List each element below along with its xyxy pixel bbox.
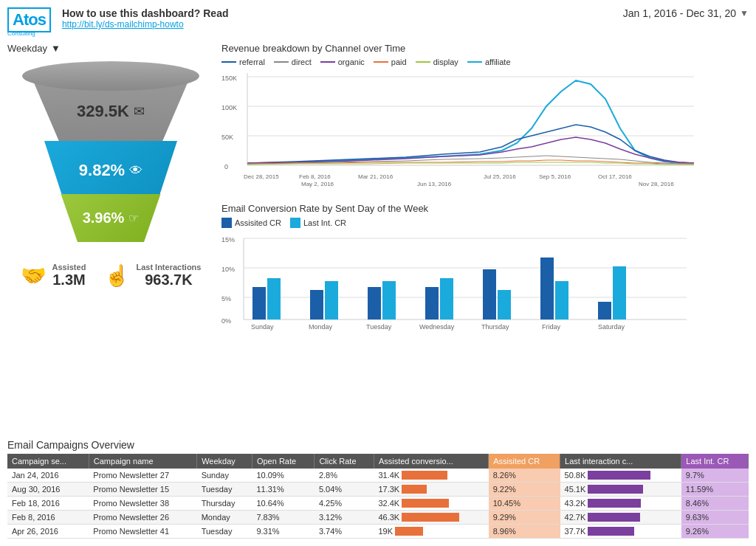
cell-open-rate: 10.64% — [252, 497, 314, 511]
assisted-label: Assisted — [52, 263, 86, 272]
svg-text:0%: 0% — [221, 317, 231, 325]
col-assisited-cr: Assisited CR — [489, 454, 560, 469]
cell-last-int-conv: 43.2K — [560, 497, 681, 511]
cell-assisited-cr: 9.29% — [489, 511, 560, 525]
svg-text:5%: 5% — [221, 295, 231, 303]
svg-rect-35 — [483, 269, 496, 319]
revenue-chart-svg: 150K 100K 50K 0 — [221, 69, 701, 195]
svg-text:Tuesday: Tuesday — [366, 323, 392, 331]
svg-text:Saturday: Saturday — [598, 323, 625, 331]
legend-referral: referral — [221, 58, 265, 66]
cell-assisted-conv: 46.3K — [374, 511, 488, 525]
weekday-selector[interactable]: Weekday ▼ — [7, 43, 214, 54]
col-weekday: Weekday — [197, 454, 252, 469]
cell-click-rate: 3.12% — [315, 511, 374, 525]
last-int-label: Last Interactions — [136, 263, 201, 272]
cell-weekday: Sunday — [197, 469, 252, 483]
email-icon: ✉ — [134, 103, 145, 120]
header-right: Jan 1, 2016 - Dec 31, 20 ▼ — [623, 7, 749, 19]
revenue-chart-title: Revenue breakdown by Channel over Time — [221, 43, 749, 54]
assisted-value: 1.3M — [52, 272, 86, 288]
cell-assisted-conv: 17.3K — [374, 483, 488, 497]
campaigns-table: Campaign se... Campaign name Weekday Ope… — [7, 454, 749, 539]
header-link[interactable]: http://bit.ly/ds-mailchimp-howto — [62, 19, 229, 30]
cell-campaign-se: Apr 26, 2016 — [7, 525, 89, 539]
svg-rect-29 — [310, 290, 323, 319]
col-campaign-name: Campaign name — [89, 454, 196, 469]
cell-last-int-conv: 45.1K — [560, 483, 681, 497]
svg-text:15%: 15% — [221, 236, 235, 243]
conversion-legend: Assisited CR Last Int. CR — [221, 218, 749, 228]
svg-text:Wednesday: Wednesday — [419, 323, 455, 331]
cell-last-int-cr: 9.26% — [681, 525, 749, 539]
cell-assisted-conv: 31.4K — [374, 469, 488, 483]
svg-rect-34 — [440, 278, 453, 319]
cell-assisted-conv: 32.4K — [374, 497, 488, 511]
last-interactions-stat: ☝ Last Interactions 963.7K — [104, 263, 201, 288]
legend-paid: paid — [374, 58, 407, 66]
cell-weekday: Tuesday — [197, 483, 252, 497]
cell-last-int-conv: 50.8K — [560, 469, 681, 483]
bottom-section: Email Campaigns Overview Campaign se... … — [7, 439, 749, 539]
svg-text:May 2, 2016: May 2, 2016 — [301, 181, 334, 187]
col-open-rate: Open Rate — [252, 454, 314, 469]
legend-organic: organic — [320, 58, 365, 66]
cell-assisited-cr: 10.45% — [489, 497, 560, 511]
legend-direct: direct — [274, 58, 312, 66]
weekday-dropdown-arrow[interactable]: ▼ — [51, 43, 61, 54]
svg-text:Jun 13, 2016: Jun 13, 2016 — [417, 181, 452, 187]
cell-weekday: Tuesday — [197, 525, 252, 539]
main-content: Weekday ▼ 329.5K ✉ 9.82% 👁 — [7, 43, 749, 439]
right-panel: Revenue breakdown by Channel over Time r… — [221, 43, 749, 439]
table-header: Campaign se... Campaign name Weekday Ope… — [7, 454, 749, 469]
svg-text:Jul 25, 2016: Jul 25, 2016 — [484, 173, 516, 180]
legend-affiliate: affiliate — [467, 58, 511, 66]
eye-icon: 👁 — [129, 163, 142, 179]
cell-open-rate: 11.31% — [252, 483, 314, 497]
legend-display: display — [416, 58, 458, 66]
cell-open-rate: 9.31% — [252, 525, 314, 539]
cell-campaign-name: Promo Newsletter 38 — [89, 497, 196, 511]
cell-campaign-name: Promo Newsletter 41 — [89, 525, 196, 539]
svg-text:100K: 100K — [221, 104, 237, 111]
logo-atos-text: Atos — [13, 10, 46, 29]
table-title: Email Campaigns Overview — [7, 439, 749, 451]
cell-last-int-cr: 8.46% — [681, 497, 749, 511]
revenue-chart-section: Revenue breakdown by Channel over Time r… — [221, 43, 749, 197]
conversion-chart-section: Email Conversion Rate by Sent Day of the… — [221, 203, 749, 336]
svg-text:Sunday: Sunday — [251, 323, 274, 331]
date-dropdown-arrow[interactable]: ▼ — [740, 8, 749, 18]
svg-rect-37 — [540, 258, 554, 319]
header-title: How to use this dashboard? Read — [62, 7, 229, 19]
conversion-chart-title: Email Conversion Rate by Sent Day of the… — [221, 203, 749, 214]
funnel-stats: 🤝 Assisted 1.3M ☝ Last Interactions 963.… — [7, 259, 214, 292]
cell-campaign-se: Aug 30, 2016 — [7, 483, 89, 497]
svg-text:Oct 17, 2016: Oct 17, 2016 — [598, 173, 632, 180]
cell-last-int-cr: 9.63% — [681, 511, 749, 525]
date-range: Jan 1, 2016 - Dec 31, 20 — [623, 7, 736, 19]
svg-text:10%: 10% — [221, 266, 235, 273]
svg-rect-39 — [598, 302, 611, 319]
col-assisted-conv: Assisted conversio... — [374, 454, 488, 469]
handshake-icon: 🤝 — [21, 263, 47, 288]
svg-text:Nov 28, 2016: Nov 28, 2016 — [639, 181, 674, 187]
svg-text:50K: 50K — [221, 134, 233, 141]
legend-last-int-cr: Last Int. CR — [290, 218, 346, 228]
cell-last-int-cr: 9.7% — [681, 469, 749, 483]
funnel-chart: 329.5K ✉ 9.82% 👁 3.96% ☞ — [15, 61, 207, 253]
last-int-value: 963.7K — [136, 272, 201, 288]
cell-weekday: Thursday — [197, 497, 252, 511]
cell-click-rate: 2.8% — [315, 469, 374, 483]
atos-logo: Atos Consulting — [7, 7, 51, 37]
cell-campaign-se: Feb 18, 2016 — [7, 497, 89, 511]
svg-text:Monday: Monday — [309, 323, 333, 331]
revenue-svg-container: 150K 100K 50K 0 — [221, 69, 749, 197]
cell-last-int-conv: 37.7K — [560, 525, 681, 539]
funnel-sent-value: 329.5K — [77, 102, 129, 121]
svg-text:Mar 21, 2016: Mar 21, 2016 — [358, 173, 394, 180]
svg-text:Friday: Friday — [542, 323, 561, 331]
svg-text:Thursday: Thursday — [481, 323, 509, 331]
cell-weekday: Monday — [197, 511, 252, 525]
svg-rect-36 — [498, 290, 511, 319]
funnel-click-value: 3.96% — [83, 210, 125, 227]
